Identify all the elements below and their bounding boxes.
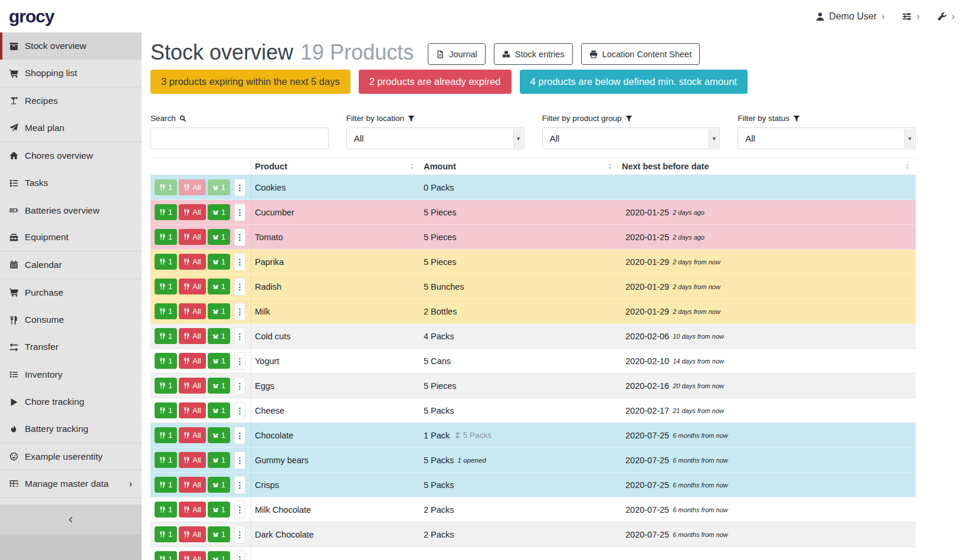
row-menu-button[interactable]: ⋮ (234, 328, 245, 345)
status-select[interactable]: All ▾ (738, 127, 916, 149)
open-one-button[interactable]: 1 (208, 502, 230, 518)
amount-column-header[interactable]: Amount (420, 158, 618, 175)
sidebar-item-meal-plan[interactable]: Meal plan (0, 114, 142, 142)
consume-all-button[interactable]: All (179, 452, 205, 468)
consume-all-button[interactable]: All (179, 477, 205, 493)
consume-all-button[interactable]: All (179, 378, 205, 394)
user-menu[interactable]: Demo User › (815, 11, 884, 22)
row-menu-button[interactable]: ⋮ (234, 352, 245, 370)
consume-one-button[interactable]: 1 (155, 204, 177, 220)
consume-all-button[interactable]: All (179, 204, 205, 220)
consume-all-button[interactable]: All (179, 179, 205, 195)
consume-all-button[interactable]: All (179, 353, 205, 369)
consume-one-button[interactable]: 1 (155, 452, 177, 468)
consume-all-button[interactable]: All (179, 229, 205, 245)
row-menu-button[interactable]: ⋮ (234, 228, 245, 246)
date-column-header[interactable]: Next best before date (618, 158, 916, 175)
consume-all-button[interactable]: All (179, 303, 205, 319)
sidebar-item-equipment[interactable]: Equipment (0, 224, 142, 251)
consume-one-button[interactable]: 1 (155, 229, 177, 245)
location-content-sheet-button[interactable]: Location Content Sheet (581, 43, 700, 65)
row-menu-button[interactable]: ⋮ (234, 551, 245, 560)
settings-menu[interactable]: › (902, 11, 919, 22)
consume-all-button[interactable]: All (179, 427, 205, 443)
consume-all-button[interactable]: All (179, 526, 205, 542)
open-one-button[interactable]: 1 (208, 551, 230, 560)
sidebar-item-manage-master-data[interactable]: Manage master data› (0, 470, 142, 497)
consume-one-button[interactable]: 1 (155, 353, 177, 369)
row-menu-button[interactable]: ⋮ (234, 402, 245, 420)
sidebar-item-chore-tracking[interactable]: Chore tracking (0, 388, 142, 415)
alert-info[interactable]: 4 products are below defined min. stock … (520, 70, 748, 94)
consume-all-button[interactable]: All (179, 402, 205, 418)
consume-one-button[interactable]: 1 (155, 378, 177, 394)
sidebar-item-batteries-overview[interactable]: Batteries overview (0, 197, 142, 224)
consume-all-button[interactable]: All (179, 551, 205, 560)
sidebar-item-purchase[interactable]: Purchase (0, 279, 142, 306)
consume-one-button[interactable]: 1 (155, 526, 177, 542)
open-one-button[interactable]: 1 (208, 229, 230, 245)
consume-one-button[interactable]: 1 (155, 477, 177, 493)
open-one-button[interactable]: 1 (208, 353, 230, 369)
journal-button[interactable]: Journal (428, 43, 486, 65)
open-one-button[interactable]: 1 (208, 477, 230, 493)
row-menu-button[interactable]: ⋮ (234, 451, 245, 469)
consume-one-button[interactable]: 1 (155, 551, 177, 560)
location-select[interactable]: All ▾ (346, 127, 525, 149)
sidebar-item-recipes[interactable]: Recipes (0, 87, 142, 114)
open-one-button[interactable]: 1 (208, 526, 230, 542)
consume-one-button[interactable]: 1 (155, 179, 177, 195)
open-one-button[interactable]: 1 (208, 204, 230, 220)
consume-all-button[interactable]: All (179, 502, 205, 518)
open-one-button[interactable]: 1 (208, 452, 230, 468)
relative-date: 21 days from now (673, 407, 724, 414)
sidebar-item-calendar[interactable]: Calendar (0, 251, 142, 279)
admin-menu[interactable]: › (938, 11, 955, 22)
open-one-button[interactable]: 1 (208, 179, 230, 195)
open-one-button[interactable]: 1 (208, 254, 230, 270)
app-logo[interactable]: grocy (9, 6, 54, 27)
open-one-button[interactable]: 1 (208, 303, 230, 319)
consume-one-button[interactable]: 1 (155, 303, 177, 319)
sidebar-item-chores-overview[interactable]: Chores overview (0, 142, 142, 169)
row-menu-button[interactable]: ⋮ (234, 303, 245, 320)
consume-all-button[interactable]: All (179, 279, 205, 294)
alert-danger[interactable]: 2 products are already expired (359, 70, 512, 94)
open-one-button[interactable]: 1 (208, 378, 230, 394)
row-menu-button[interactable]: ⋮ (234, 427, 245, 444)
open-one-button[interactable]: 1 (208, 279, 230, 294)
sidebar-item-tasks[interactable]: Tasks (0, 169, 142, 197)
row-menu-button[interactable]: ⋮ (234, 253, 245, 271)
alert-warning[interactable]: 3 products expiring within the next 5 da… (150, 70, 350, 94)
consume-one-button[interactable]: 1 (155, 427, 177, 443)
row-menu-button[interactable]: ⋮ (234, 377, 245, 395)
consume-one-button[interactable]: 1 (155, 279, 177, 294)
sidebar-item-inventory[interactable]: Inventory (0, 361, 142, 388)
sidebar-item-transfer[interactable]: Transfer (0, 333, 142, 361)
row-menu-button[interactable]: ⋮ (234, 278, 245, 296)
open-one-button[interactable]: 1 (208, 402, 230, 418)
consume-one-button[interactable]: 1 (155, 502, 177, 518)
consume-one-button[interactable]: 1 (155, 328, 177, 344)
product-column-header[interactable]: Product (251, 158, 420, 175)
sidebar-collapse-button[interactable]: ‹ (0, 505, 142, 534)
sidebar-item-shopping-list[interactable]: Shopping list (0, 60, 142, 87)
consume-one-button[interactable]: 1 (155, 254, 177, 270)
consume-one-button[interactable]: 1 (155, 402, 177, 418)
product-group-select[interactable]: All ▾ (542, 127, 720, 149)
stock-entries-button[interactable]: Stock entries (494, 43, 573, 65)
search-input[interactable] (150, 127, 329, 149)
consume-all-button[interactable]: All (179, 328, 205, 344)
row-menu-button[interactable]: ⋮ (234, 526, 245, 543)
row-menu-button[interactable]: ⋮ (234, 179, 245, 197)
row-menu-button[interactable]: ⋮ (234, 476, 245, 494)
sidebar-item-consume[interactable]: Consume (0, 306, 142, 333)
sidebar-item-stock-overview[interactable]: Stock overview (0, 32, 142, 60)
row-menu-button[interactable]: ⋮ (234, 204, 245, 221)
sidebar-item-example-userentity[interactable]: Example userentity (0, 443, 142, 470)
row-menu-button[interactable]: ⋮ (234, 501, 245, 519)
open-one-button[interactable]: 1 (208, 328, 230, 344)
open-one-button[interactable]: 1 (208, 427, 230, 443)
sidebar-item-battery-tracking[interactable]: Battery tracking (0, 415, 142, 443)
consume-all-button[interactable]: All (179, 254, 205, 270)
